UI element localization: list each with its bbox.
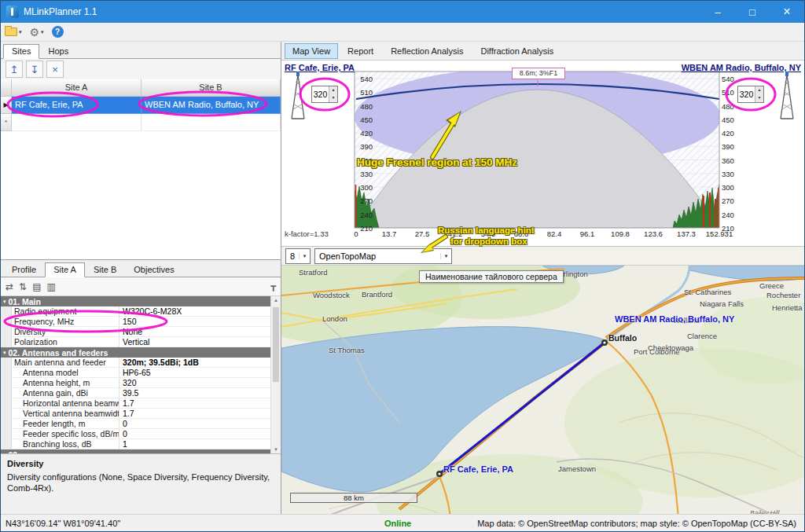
pg-row[interactable]: Antenna gain, dBi39.5 — [1, 388, 270, 398]
pg-row-value[interactable]: 1 — [119, 439, 270, 449]
x-tick-label: 82.4 — [537, 229, 572, 238]
property-help-box: Diversity Diversity configurations (None… — [1, 454, 281, 514]
pg-row[interactable]: Feeder length, m0 — [1, 419, 270, 429]
antenna-height-spinner-left[interactable]: 320 ▲ ▼ — [311, 86, 338, 103]
table-new-row[interactable]: * — [1, 114, 281, 131]
tab-objectives[interactable]: Objectives — [125, 262, 182, 277]
open-folder-icon — [5, 28, 17, 36]
spinner-up-icon[interactable]: ▲ — [329, 86, 337, 94]
tab-sites[interactable]: Sites — [3, 44, 39, 59]
spinner-down-icon[interactable]: ▼ — [329, 94, 337, 102]
pg-row-value[interactable]: 1.7 — [119, 398, 270, 408]
titlebar[interactable]: MLinkPlanner 1.1 – □ × — [1, 1, 804, 23]
tab-diffraction-analysis[interactable]: Diffraction Analysis — [472, 43, 561, 59]
tab-map-view[interactable]: Map View — [285, 43, 338, 59]
pg-row-value[interactable]: 150 — [119, 317, 270, 326]
pg-row-value[interactable]: W320C-6-M28X — [119, 306, 270, 316]
pg-gutter — [1, 409, 12, 418]
table-row[interactable]: ▶ RF Cafe, Erie, PA WBEN AM Radio, Buffa… — [1, 97, 281, 114]
scroll-down-icon[interactable]: ▼ — [271, 447, 281, 452]
y-tick-label: 300 — [354, 183, 373, 192]
cell-empty[interactable] — [142, 114, 281, 131]
collapse-icon[interactable]: ▾ — [3, 350, 6, 356]
grid-scrollbar[interactable]: ▲ ▼ — [270, 296, 281, 453]
pg-row-value[interactable]: 320 — [119, 378, 270, 387]
profile-tabstrip: Profile Site A Site B Objectives — [1, 260, 281, 277]
antenna-height-value-right[interactable]: 320 — [738, 86, 755, 102]
pg-section-header[interactable]: ▾03. — [1, 449, 270, 454]
spinner-up-icon[interactable]: ▲ — [755, 86, 763, 94]
chevron-down-icon[interactable]: ▾ — [299, 253, 310, 259]
pg-row[interactable]: Frequency, MHz150 — [1, 317, 270, 327]
pg-row-value[interactable]: 0 — [119, 429, 270, 438]
spinner-down-icon[interactable]: ▼ — [755, 94, 763, 102]
site-marker-b[interactable] — [601, 339, 608, 346]
pg-section-title: 02. Antennas and feeders — [9, 348, 108, 358]
pg-section-header[interactable]: ▾01. Main — [1, 296, 270, 306]
pg-row-value[interactable]: Vertical — [119, 337, 270, 347]
pg-row-value[interactable]: 39.5 — [119, 388, 270, 398]
scroll-up-icon[interactable]: ▲ — [271, 298, 281, 303]
delete-link-button[interactable]: × — [46, 61, 64, 78]
add-hop-up-button[interactable]: ↥ — [6, 61, 23, 78]
tab-report[interactable]: Report — [340, 43, 381, 59]
pg-row[interactable]: Antenna modelHP6-65 — [1, 368, 270, 378]
site-marker-a[interactable] — [436, 471, 443, 477]
zoom-level-select[interactable]: 8 ▾ — [285, 248, 311, 264]
pg-row[interactable]: Main antenna and feeder320m; 39.5dBi; 1d… — [1, 358, 270, 368]
tile-server-select[interactable]: OpenTopoMap ▾ — [314, 248, 452, 264]
pin-icon[interactable]: ┳ — [270, 281, 276, 292]
tab-hops[interactable]: Hops — [39, 44, 77, 59]
pg-row-value[interactable]: 320m; 39.5dBi; 1dB — [119, 358, 270, 367]
tab-profile[interactable]: Profile — [3, 262, 45, 277]
pg-row[interactable]: DiversityNone — [1, 327, 270, 337]
pg-row[interactable]: Radio equipmentW320C-6-M28X — [1, 306, 270, 317]
column-header-site-a[interactable]: Site A — [12, 79, 142, 97]
pg-row[interactable]: Feeder specific loss, dB/m0 — [1, 429, 270, 439]
tab-site-a[interactable]: Site A — [45, 262, 85, 277]
help-button[interactable]: ? — [52, 26, 64, 38]
add-hop-down-button[interactable]: ↧ — [26, 61, 43, 78]
new-row-marker: * — [1, 114, 12, 131]
pg-gutter — [1, 398, 12, 408]
pg-row-label: Frequency, MHz — [12, 317, 119, 326]
chevron-down-icon[interactable]: ▾ — [41, 29, 44, 35]
main-toolbar: ▾ ⚙ ▾ ? — [1, 23, 804, 42]
cell-empty[interactable] — [12, 114, 142, 131]
column-header-site-b[interactable]: Site B — [142, 79, 281, 97]
tab-site-b[interactable]: Site B — [85, 262, 125, 277]
close-button[interactable]: × — [770, 1, 804, 23]
cell-site-a[interactable]: RF Cafe, Erie, PA — [12, 97, 142, 114]
chevron-down-icon[interactable]: ▾ — [19, 29, 22, 35]
pg-row[interactable]: Branching loss, dB1 — [1, 439, 270, 449]
x-axis: 013.727.541.254.968.682.496.1109.8123.61… — [281, 229, 805, 239]
minimize-button[interactable]: – — [700, 1, 735, 23]
pg-row[interactable]: PolarizationVertical — [1, 337, 270, 347]
map-canvas[interactable] — [281, 266, 804, 514]
pg-row[interactable]: Antenna height, m320 — [1, 378, 270, 388]
pg-row-value[interactable]: 1.7 — [119, 409, 270, 418]
settings-button[interactable]: ⚙ ▾ — [30, 27, 44, 38]
pg-row-value[interactable]: None — [119, 327, 270, 336]
pg-row-value[interactable]: HP6-65 — [119, 368, 270, 377]
maximize-button[interactable]: □ — [735, 1, 770, 23]
map-view[interactable]: StratfordWoodstockBrantfordLondonSt Thom… — [281, 266, 804, 514]
antenna-height-value-left[interactable]: 320 — [312, 86, 329, 102]
chevron-down-icon[interactable]: ▾ — [440, 253, 451, 259]
add-hop-up-icon: ↥ — [10, 64, 19, 75]
pg-section-header[interactable]: ▾02. Antennas and feeders — [1, 347, 270, 358]
pg-row[interactable]: Horizontal antenna beamwid1.7 — [1, 398, 270, 409]
cell-site-b[interactable]: WBEN AM Radio, Buffalo, NY — [142, 97, 281, 114]
paste-icon[interactable]: ▥ — [46, 282, 55, 292]
collapse-icon[interactable]: ▾ — [3, 299, 6, 305]
open-file-button[interactable]: ▾ — [5, 28, 22, 36]
collapse-icon[interactable]: ▾ — [3, 452, 6, 455]
sort-icon[interactable]: ⇅ — [19, 282, 27, 292]
copy-icon[interactable]: ▤ — [32, 282, 41, 292]
antenna-height-spinner-right[interactable]: 320 ▲ ▼ — [737, 86, 764, 103]
tab-reflection-analysis[interactable]: Reflection Analysis — [383, 43, 471, 59]
scrollbar-thumb[interactable] — [273, 307, 279, 382]
pg-row-value[interactable]: 0 — [119, 419, 270, 428]
pg-row[interactable]: Vertical antenna beamwidth,1.7 — [1, 409, 270, 419]
swap-sites-icon[interactable]: ⇄ — [6, 282, 13, 292]
